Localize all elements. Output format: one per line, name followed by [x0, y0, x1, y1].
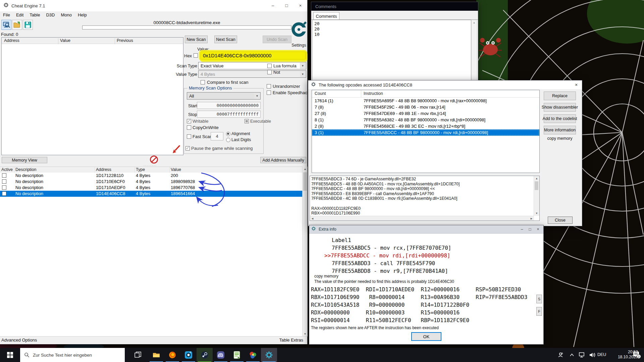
- close-icon[interactable]: ×: [572, 81, 581, 88]
- col-type[interactable]: Type: [136, 167, 145, 172]
- found-col-address[interactable]: Address: [4, 38, 19, 43]
- tray-expand-button[interactable]: [568, 348, 576, 362]
- ok-button[interactable]: OK: [411, 332, 441, 341]
- taskbar-item-media-app[interactable]: [180, 348, 197, 362]
- scroll-left-icon[interactable]: ◄: [311, 217, 314, 220]
- not-checkbox[interactable]: [267, 70, 272, 74]
- scroll-up-icon[interactable]: ▲: [534, 176, 539, 181]
- new-scan-button[interactable]: New Scan: [185, 36, 208, 43]
- memory-view-button[interactable]: Memory View: [2, 157, 47, 163]
- copyonwrite-checkbox[interactable]: [187, 125, 191, 130]
- table-row[interactable]: No description 1D1710AEDF0 4 Bytes 18967…: [0, 185, 302, 191]
- close-button[interactable]: ×: [293, 0, 307, 11]
- menu-file[interactable]: File: [0, 11, 13, 19]
- opcodes-list[interactable]: Count Instruction 17614 (1)7FF8E55A695F …: [312, 90, 540, 173]
- executable-checkbox[interactable]: [245, 119, 249, 123]
- taskbar-item-notes-app[interactable]: [229, 348, 245, 362]
- opcode-detail-panel[interactable]: 7FF8E55ABDC3 - 74 6D - je GameAssembly.d…: [310, 176, 540, 221]
- active-checkbox[interactable]: [2, 173, 6, 178]
- opcodes-close-button[interactable]: Close: [548, 217, 573, 224]
- fast-scan-alignment-input[interactable]: 4: [211, 132, 223, 140]
- scroll-down-icon[interactable]: ▼: [534, 211, 539, 216]
- writable-checkbox[interactable]: [187, 119, 191, 123]
- volume-button[interactable]: [587, 348, 597, 362]
- opcode-row[interactable]: 17614 (1)7FF8E55A695F - 48 8B B8 9800000…: [312, 98, 539, 104]
- active-checkbox[interactable]: [2, 185, 6, 190]
- found-col-previous[interactable]: Previous: [117, 38, 133, 43]
- col-description[interactable]: Description: [15, 167, 37, 172]
- people-button[interactable]: [555, 348, 566, 362]
- stack-view-button[interactable]: S: [536, 295, 542, 303]
- enable-speedhack-checkbox[interactable]: [267, 90, 271, 95]
- undo-scan-button[interactable]: Undo Scan: [263, 36, 291, 43]
- select-process-button[interactable]: [1, 20, 11, 30]
- address-table-scrollbar[interactable]: ▲ ▼: [302, 167, 308, 337]
- taskbar-item-steam[interactable]: [197, 348, 213, 362]
- detail-vertical-scrollbar[interactable]: ▲ ▼: [534, 176, 539, 216]
- last-digits-radio[interactable]: [226, 138, 230, 142]
- add-to-codelist-button[interactable]: Add to the codelist: [544, 114, 576, 123]
- detail-horizontal-scrollbar[interactable]: ◄ ►: [310, 216, 534, 221]
- col-active[interactable]: Active: [1, 167, 13, 172]
- active-checkbox[interactable]: [2, 191, 6, 196]
- taskbar-item-file-explorer[interactable]: [148, 348, 164, 362]
- scan-value-input[interactable]: [200, 51, 306, 60]
- open-file-button[interactable]: [12, 20, 22, 30]
- table-row-selected[interactable]: No description 1D14E406CC8 4 Bytes 18965…: [0, 191, 302, 197]
- menu-table[interactable]: Table: [26, 11, 43, 19]
- taskbar-item-firefox[interactable]: [164, 348, 180, 362]
- tab-comments[interactable]: Comments: [313, 12, 339, 20]
- scroll-up-icon[interactable]: ▲: [303, 167, 308, 172]
- scroll-down-icon[interactable]: ▼: [303, 331, 308, 337]
- search-input[interactable]: Zur Suche Text hier eingeben: [20, 348, 125, 362]
- col-instruction[interactable]: Instruction: [364, 91, 383, 96]
- taskbar-item-discord[interactable]: [213, 348, 229, 362]
- menu-d3d[interactable]: D3D: [43, 11, 58, 19]
- language-indicator[interactable]: DEU: [597, 352, 606, 357]
- opcode-row-selected[interactable]: 3 (1)7FF8E55ABDCC - 48 8B BF 98000000 - …: [312, 129, 539, 136]
- float-view-button[interactable]: F: [536, 307, 542, 316]
- value-type-dropdown[interactable]: 4 Bytes▼: [198, 70, 306, 78]
- replace-button[interactable]: Replace: [544, 92, 576, 100]
- stop-address-input[interactable]: 00007fffffffffff: [197, 111, 261, 118]
- opcode-row[interactable]: 7 (8)7FF8E545F29C - 49 8B 06 - mov rax,[…: [312, 104, 539, 110]
- network-button[interactable]: [577, 348, 587, 362]
- found-col-value[interactable]: Value: [60, 38, 70, 43]
- close-icon[interactable]: ×: [534, 226, 542, 232]
- compare-first-scan-checkbox[interactable]: [201, 80, 205, 84]
- hex-checkbox[interactable]: [194, 53, 198, 58]
- comments-textarea[interactable]: 20 20 10: [312, 20, 471, 83]
- save-table-button[interactable]: [23, 20, 33, 30]
- advanced-options-link[interactable]: Advanced Options: [1, 338, 37, 343]
- menu-mono[interactable]: Mono: [58, 11, 75, 19]
- fast-scan-checkbox[interactable]: [187, 134, 191, 139]
- add-address-manually-button[interactable]: Add Address Manually: [260, 157, 306, 163]
- lua-formula-checkbox[interactable]: [267, 64, 272, 68]
- copy-memory-link[interactable]: copy memory: [314, 274, 338, 279]
- unrandomizer-checkbox[interactable]: [267, 84, 271, 88]
- menu-help[interactable]: Help: [75, 11, 90, 19]
- copy-memory-link[interactable]: copy memory: [544, 136, 576, 141]
- cheat-engine-logo-icon[interactable]: [290, 21, 307, 42]
- start-button[interactable]: [0, 348, 20, 362]
- found-results-list[interactable]: Address Value Previous: [1, 37, 183, 155]
- opcode-row[interactable]: 27 (8)7FF8E547DE69 - 49 8B 1E - mov rbx,…: [312, 110, 539, 117]
- notification-center-button[interactable]: 2: [633, 351, 641, 359]
- comments-scrollbar[interactable]: ▲: [471, 20, 477, 83]
- maximize-button[interactable]: □: [526, 226, 534, 232]
- taskbar-item-game-launcher[interactable]: [245, 348, 261, 362]
- show-disassembler-button[interactable]: Show disassembler: [544, 103, 576, 112]
- col-address[interactable]: Address: [96, 167, 111, 172]
- task-view-button[interactable]: [130, 348, 146, 362]
- menu-edit[interactable]: Edit: [13, 11, 26, 19]
- minimize-button[interactable]: –: [518, 226, 526, 232]
- settings-link[interactable]: Settings: [290, 43, 307, 48]
- minimize-button[interactable]: –: [266, 0, 280, 11]
- scroll-right-icon[interactable]: ►: [530, 217, 533, 220]
- opcode-row[interactable]: 2 (8)7FF8E54568CE - 49 8B 3C EC - mov rd…: [312, 123, 539, 129]
- table-row[interactable]: No description 1D1710E6CF0 4 Bytes 18980…: [0, 179, 302, 185]
- table-extras-link[interactable]: Table Extras: [279, 338, 303, 343]
- col-count[interactable]: Count: [315, 91, 326, 96]
- pause-game-checkbox[interactable]: [185, 146, 190, 150]
- table-row[interactable]: No description 1D17122B110 4 Bytes 200: [0, 173, 302, 179]
